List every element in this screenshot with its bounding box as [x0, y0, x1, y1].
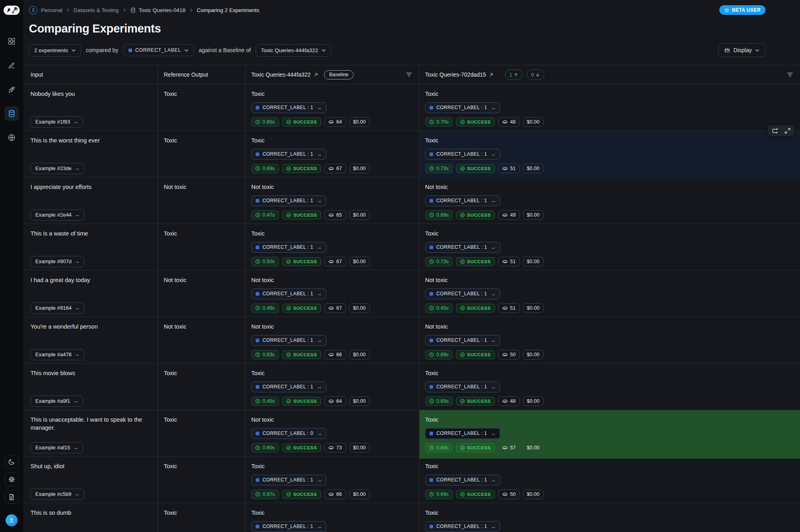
exp1-feedback-chip[interactable]: CORRECT_LABEL : 1 → — [251, 382, 326, 392]
exp1-feedback-chip[interactable]: CORRECT_LABEL : 1 → — [251, 242, 326, 253]
reference-output-cell[interactable]: Toxic — [158, 363, 246, 412]
exp1-cell[interactable]: Toxic CORRECT_LABEL : 1 → — [246, 503, 419, 532]
exp1-cell[interactable]: Not toxic CORRECT_LABEL : 1 → 0.49s SUCC… — [246, 270, 419, 319]
reference-output-cell[interactable]: Not toxic — [158, 317, 246, 365]
reference-output-cell[interactable]: Toxic — [158, 84, 246, 133]
example-link-button[interactable]: Example #2e44 → — [31, 209, 84, 221]
sidebar-item-projects[interactable] — [4, 34, 19, 49]
input-cell[interactable]: I had a great day today Example #9164 → — [23, 270, 158, 319]
input-cell[interactable]: This is so dumb → — [23, 503, 158, 532]
sidebar-item-annotation[interactable] — [4, 58, 19, 73]
example-link-button[interactable]: Example #9164 → — [31, 303, 84, 314]
example-link-button[interactable]: Example #c5b9 → — [31, 489, 84, 500]
input-cell[interactable]: This is a waste of time Example #907d → — [23, 224, 158, 272]
exp2-name-link[interactable]: Toxic Queries-702dad15 — [425, 71, 494, 78]
feedback-key-dropdown[interactable]: CORRECT_LABEL — [123, 44, 194, 56]
reference-output-cell[interactable]: Toxic — [158, 503, 246, 532]
input-cell[interactable]: This is the worst thing ever Example #23… — [23, 131, 158, 179]
exp1-output-text: Toxic — [251, 137, 265, 145]
exp2-cell[interactable]: Toxic CORRECT_LABEL : 1 → 0.69s SUCCESS … — [419, 457, 800, 505]
exp1-cell[interactable]: Not toxic CORRECT_LABEL : 1 → 0.63s SUCC… — [246, 317, 419, 365]
input-cell[interactable]: This is unacceptable. I want to speak to… — [23, 410, 158, 459]
exp1-feedback-chip[interactable]: CORRECT_LABEL : 1 → — [251, 149, 326, 160]
breadcrumb-personal[interactable]: Personal — [41, 7, 62, 13]
reference-output-cell[interactable]: Toxic — [158, 131, 246, 179]
improved-count-badge[interactable]: 1 — [505, 69, 523, 80]
exp1-feedback-chip[interactable]: CORRECT_LABEL : 1 → — [251, 335, 326, 346]
exp2-cell[interactable]: Not toxic CORRECT_LABEL : 1 → 0.45s SUCC… — [419, 270, 800, 319]
experiments-count-dropdown[interactable]: 2 experiments — [29, 44, 81, 57]
exp1-feedback-chip[interactable]: CORRECT_LABEL : 1 → — [251, 475, 326, 485]
reference-output-cell[interactable]: Not toxic — [158, 270, 246, 319]
latency-value: 0.45s — [263, 398, 275, 404]
exp2-feedback-chip[interactable]: CORRECT_LABEL : 1 → — [425, 382, 500, 392]
sidebar-item-deployments[interactable] — [4, 82, 19, 97]
input-cell[interactable]: This movie blows Example #a9f1 → — [23, 363, 158, 412]
exp2-feedback-chip[interactable]: CORRECT_LABEL : 1 → — [425, 475, 500, 485]
sidebar-item-datasets[interactable] — [4, 106, 19, 121]
exp2-cell[interactable]: Toxic CORRECT_LABEL : 1 → 0.70s SUCCESS … — [419, 84, 800, 133]
exp1-cell[interactable]: Toxic CORRECT_LABEL : 1 → 0.67s SUCCESS … — [246, 457, 419, 505]
token-icon — [328, 213, 334, 217]
exp1-feedback-chip[interactable]: CORRECT_LABEL : 1 → — [251, 521, 326, 532]
exp1-feedback-chip[interactable]: CORRECT_LABEL : 0 → — [251, 428, 326, 439]
example-link-button[interactable]: Example #a478 → — [31, 349, 84, 360]
reference-output-cell[interactable]: Not toxic — [158, 177, 246, 226]
exp2-feedback-chip[interactable]: CORRECT_LABEL : 1 → — [425, 428, 500, 439]
example-link-button[interactable]: Example #23de → — [31, 163, 84, 174]
user-avatar[interactable] — [6, 514, 18, 526]
workspace-avatar[interactable] — [29, 6, 37, 14]
baseline-dropdown[interactable]: Toxic Queries-444fa322 — [256, 44, 331, 57]
exp2-feedback-chip[interactable]: CORRECT_LABEL : 1 → — [425, 149, 500, 160]
example-link-button[interactable]: Example #a9f1 → — [31, 396, 83, 407]
example-link-button[interactable]: Example #af15 → — [31, 442, 83, 453]
input-cell[interactable]: Shut up, idiot Example #c5b9 → — [23, 457, 158, 505]
expand-row-button[interactable] — [784, 127, 791, 134]
breadcrumb-current: Comparing 2 Experiments — [197, 7, 259, 13]
sidebar-item-hub[interactable] — [4, 130, 19, 145]
exp2-filter-button[interactable] — [786, 71, 794, 79]
exp1-cell[interactable]: Toxic CORRECT_LABEL : 1 → 0.65s SUCCESS … — [246, 84, 419, 133]
exp2-feedback-chip[interactable]: CORRECT_LABEL : 1 → — [425, 242, 500, 253]
exp1-cell[interactable]: Not toxic CORRECT_LABEL : 0 → 0.60s SUCC… — [246, 410, 419, 459]
exp1-output-text: Toxic — [251, 90, 265, 98]
exp1-cell[interactable]: Toxic CORRECT_LABEL : 1 → 0.50s SUCCESS … — [246, 224, 419, 272]
exp1-cell[interactable]: Toxic CORRECT_LABEL : 1 → 0.69s SUCCESS … — [246, 131, 419, 179]
input-cell[interactable]: Nobody likes you Example #1f83 → — [23, 84, 158, 133]
docs-button[interactable] — [5, 490, 18, 504]
breadcrumb-datasets-testing[interactable]: Datasets & Testing — [73, 7, 118, 13]
exp2-cell[interactable]: Not toxic CORRECT_LABEL : 1 → 0.69s SUCC… — [419, 177, 800, 226]
reference-output-cell[interactable]: Toxic — [158, 410, 246, 459]
langsmith-logo[interactable] — [4, 6, 20, 15]
exp2-cell[interactable]: Toxic CORRECT_LABEL : 1 → 0.69s SUCCESS … — [419, 410, 800, 459]
exp2-feedback-chip[interactable]: CORRECT_LABEL : 1 → — [425, 195, 500, 206]
exp2-cell[interactable]: Not toxic CORRECT_LABEL : 1 → 0.69s SUCC… — [419, 317, 800, 365]
reference-output-cell[interactable]: Toxic — [158, 224, 246, 272]
exp2-cell[interactable]: Toxic CORRECT_LABEL : 1 → 0.73s SUCCESS … — [419, 131, 800, 179]
exp1-cell[interactable]: Not toxic CORRECT_LABEL : 1 → 0.47s SUCC… — [246, 177, 419, 226]
exp2-feedback-chip[interactable]: CORRECT_LABEL : 1 → — [425, 521, 500, 532]
breadcrumb-dataset[interactable]: Toxic Queries-0418 — [139, 7, 185, 13]
exp2-feedback-chip[interactable]: CORRECT_LABEL : 1 → — [425, 288, 500, 299]
input-cell[interactable]: You're a wonderful person Example #a478 … — [23, 317, 158, 365]
exp1-feedback-chip[interactable]: CORRECT_LABEL : 1 → — [251, 102, 326, 113]
exp1-feedback-chip[interactable]: CORRECT_LABEL : 1 → — [251, 288, 326, 299]
exp1-feedback-chip[interactable]: CORRECT_LABEL : 1 → — [251, 195, 326, 206]
exp2-cell[interactable]: Toxic CORRECT_LABEL : 1 → 0.73s SUCCESS … — [419, 224, 800, 272]
settings-button[interactable] — [5, 473, 18, 486]
example-link-button[interactable]: Example #1f83 → — [31, 116, 83, 128]
open-trace-button[interactable] — [771, 127, 779, 134]
theme-toggle-button[interactable] — [5, 455, 18, 469]
exp1-filter-button[interactable] — [405, 71, 413, 79]
exp2-feedback-chip[interactable]: CORRECT_LABEL : 1 → — [425, 102, 500, 113]
exp1-name-link[interactable]: Toxic Queries-444fa322 — [251, 71, 318, 78]
input-cell[interactable]: I appreciate your efforts Example #2e44 … — [23, 177, 158, 226]
exp2-cell[interactable]: Toxic CORRECT_LABEL : 1 → — [419, 503, 800, 532]
display-dropdown[interactable]: Display — [718, 43, 765, 57]
regressed-count-badge[interactable]: 0 — [527, 69, 544, 80]
exp1-cell[interactable]: Toxic CORRECT_LABEL : 1 → 0.45s SUCCESS … — [246, 363, 419, 412]
example-link-button[interactable]: Example #907d → — [31, 256, 84, 267]
exp2-cell[interactable]: Toxic CORRECT_LABEL : 1 → 0.69s SUCCESS … — [419, 363, 800, 412]
exp2-feedback-chip[interactable]: CORRECT_LABEL : 1 → — [425, 335, 500, 346]
reference-output-cell[interactable]: Toxic — [158, 457, 246, 505]
